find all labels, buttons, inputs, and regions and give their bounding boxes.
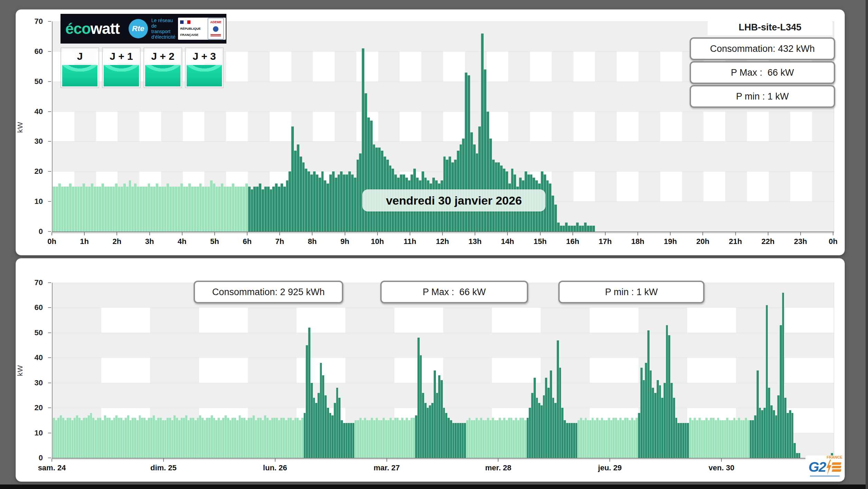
bar — [183, 418, 185, 458]
bar — [740, 420, 743, 458]
bar — [443, 408, 445, 458]
forecast-tile-j[interactable]: J — [60, 47, 99, 88]
bar — [473, 144, 476, 232]
bar — [415, 415, 417, 458]
bar — [157, 418, 159, 458]
ademe-label: ADEME — [210, 20, 222, 24]
x-tick-label: 4h — [178, 237, 187, 246]
bar — [302, 162, 305, 232]
bar — [148, 184, 150, 232]
window-edge-right — [866, 0, 868, 489]
bar — [515, 418, 517, 458]
bar — [557, 223, 560, 232]
x-tick-mark — [507, 232, 508, 235]
bar — [470, 420, 473, 458]
x-tick-label: 16h — [566, 237, 579, 246]
bar — [172, 187, 175, 232]
bar — [104, 187, 107, 232]
bar — [561, 408, 563, 458]
bar — [624, 418, 626, 458]
bar — [385, 420, 387, 458]
bar — [429, 405, 431, 458]
y-tick-label: 50 — [35, 77, 43, 86]
bar — [454, 423, 457, 458]
bar — [698, 418, 701, 458]
bar — [248, 187, 251, 232]
bar — [677, 423, 680, 458]
bar — [496, 420, 498, 458]
bar — [204, 187, 207, 232]
bar — [352, 423, 355, 458]
bar — [587, 226, 589, 232]
x-tick-mark — [637, 232, 638, 235]
bar — [489, 420, 492, 458]
x-tick-mark — [386, 459, 387, 462]
bar — [266, 418, 269, 458]
bar — [768, 388, 770, 458]
bar — [180, 184, 183, 232]
bar — [185, 187, 188, 232]
bar — [791, 413, 794, 458]
bar — [399, 420, 401, 458]
bar — [617, 420, 619, 458]
bar — [134, 418, 136, 458]
forecast-tile-j1[interactable]: J + 1 — [102, 47, 141, 88]
bar — [226, 187, 229, 232]
bar — [255, 420, 257, 458]
bar — [306, 345, 308, 458]
bar — [313, 398, 315, 458]
week-consumption-stat: Consommation: 2 925 kWh — [194, 281, 343, 303]
bar — [350, 423, 352, 458]
bar — [565, 223, 568, 232]
bar — [77, 187, 80, 232]
bar — [338, 398, 340, 458]
government-logos: RÉPUBLIQUE FRANÇAISE ADEME — [178, 18, 226, 40]
bar — [581, 226, 584, 232]
bar — [645, 363, 647, 458]
y-tick-mark — [48, 171, 51, 172]
bar — [796, 453, 798, 458]
bar — [545, 378, 547, 458]
x-tick-label: 13h — [468, 237, 482, 246]
bar — [327, 408, 329, 458]
bar — [91, 184, 93, 232]
bar — [566, 423, 568, 458]
bar — [66, 187, 69, 232]
bar — [315, 403, 317, 458]
y-tick-label: 0 — [39, 227, 43, 236]
bar — [759, 408, 761, 458]
bar — [62, 418, 64, 458]
bar — [166, 418, 169, 458]
bar — [638, 413, 640, 458]
y-tick-mark — [48, 21, 51, 22]
bar — [326, 184, 329, 232]
bar — [286, 180, 289, 232]
bar — [615, 418, 617, 458]
x-tick-label: 22h — [762, 237, 775, 246]
bar — [305, 169, 307, 232]
bar — [111, 420, 113, 458]
bar — [118, 187, 120, 232]
rte-logo-icon: Rte — [129, 19, 148, 38]
x-tick-mark — [721, 459, 722, 462]
x-tick-label: 19h — [664, 237, 677, 246]
bar — [635, 418, 638, 458]
bar — [199, 184, 202, 232]
bar — [366, 420, 368, 458]
bar — [201, 418, 204, 458]
forecast-tile-j2[interactable]: J + 2 — [143, 47, 182, 88]
bar — [401, 418, 403, 458]
forecast-tile-j3[interactable]: J + 3 — [185, 47, 224, 88]
bar — [248, 418, 250, 458]
bar — [107, 187, 110, 232]
bar — [334, 403, 336, 458]
bar — [273, 418, 276, 458]
bar — [188, 184, 191, 232]
bar — [546, 180, 549, 232]
bar — [612, 418, 615, 458]
bar — [457, 423, 459, 458]
site-title: LHB-site-L345 — [708, 19, 832, 35]
x-tick-label: 10h — [371, 237, 384, 246]
bar — [118, 418, 120, 458]
bar — [554, 403, 557, 458]
